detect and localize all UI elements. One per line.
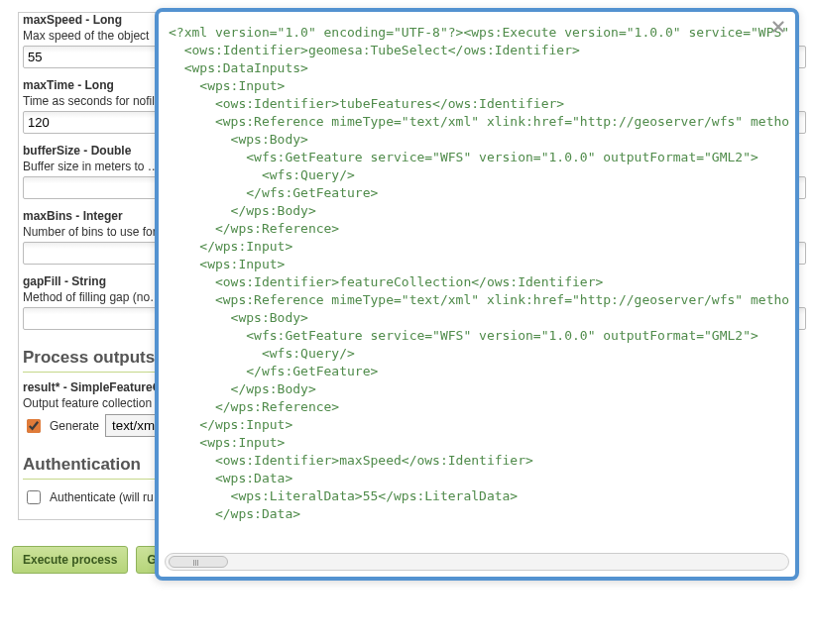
close-icon[interactable] (767, 16, 789, 38)
scrollbar-thumb[interactable] (169, 556, 228, 568)
xml-content[interactable]: <?xml version="1.0" encoding="UTF-8"?><w… (165, 18, 789, 547)
auth-label: Authenticate (will ru… (50, 490, 166, 504)
close-icon-svg (769, 18, 787, 36)
execute-process-button[interactable]: Execute process (12, 546, 128, 574)
xml-modal: <?xml version="1.0" encoding="UTF-8"?><w… (155, 8, 799, 581)
auth-checkbox[interactable] (27, 490, 41, 504)
generate-label: Generate (50, 419, 99, 433)
generate-checkbox[interactable] (27, 419, 41, 433)
horizontal-scrollbar[interactable] (165, 553, 789, 571)
